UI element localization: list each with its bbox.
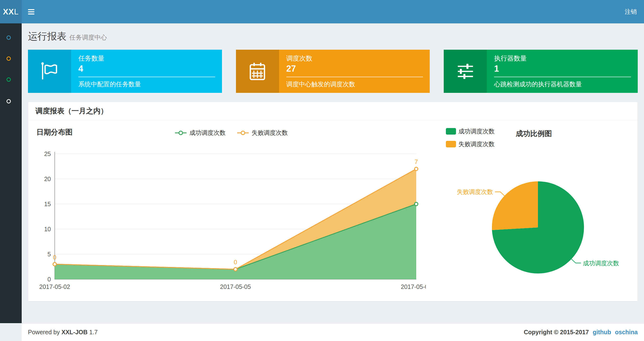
divider <box>78 77 215 77</box>
sidebar-toggle-button[interactable] <box>22 0 40 24</box>
line-chart: 05101520252017-05-022017-05-052017-05-08… <box>30 147 426 298</box>
svg-text:0: 0 <box>234 259 237 265</box>
pie-chart-title: 成功比例图 <box>516 129 552 139</box>
line-legend-marker-icon <box>237 130 249 136</box>
svg-text:15: 15 <box>44 201 51 207</box>
sliders-icon <box>444 50 487 93</box>
legend-label: 失败调度次数 <box>458 140 494 148</box>
schedule-report-panel: 调度报表（一月之内） 日期分布图 成功调度次数失败调度次数 0510152025… <box>28 102 638 301</box>
info-box-value: 27 <box>286 63 423 74</box>
svg-text:0: 0 <box>48 276 51 283</box>
sidebar-item-1[interactable] <box>0 30 22 45</box>
sidebar-item-3[interactable] <box>0 72 22 87</box>
panel-title: 调度报表（一月之内） <box>28 102 638 120</box>
pie-chart: 成功调度次数失败调度次数 <box>448 176 626 291</box>
main-content: 运行报表任务调度中心 任务数量 4 系统中配置的任务数量 <box>22 24 644 323</box>
powered-by: Powered by XXL-JOB 1.7 <box>28 329 98 336</box>
info-box-label: 任务数量 <box>78 55 215 62</box>
copyright: Copyright © 2015-2017 <box>524 329 589 336</box>
info-box-label: 执行器数量 <box>494 55 631 62</box>
pie-chart-legend: 成功调度次数失败调度次数 <box>446 127 494 153</box>
app-logo-light: L <box>14 7 18 17</box>
legend-item[interactable]: 成功调度次数 <box>174 129 226 137</box>
sidebar-item-2[interactable] <box>0 51 22 66</box>
circle-icon-green <box>6 77 11 82</box>
hamburger-icon <box>28 9 34 10</box>
info-box-label: 调度次数 <box>286 55 423 62</box>
info-box-value: 4 <box>78 63 215 74</box>
info-box-value: 1 <box>494 63 631 74</box>
svg-text:失败调度次数: 失败调度次数 <box>457 188 493 195</box>
svg-text:2017-05-08: 2017-05-08 <box>401 283 426 290</box>
page-title: 运行报表任务调度中心 <box>28 30 638 43</box>
line-chart-legend: 成功调度次数失败调度次数 <box>28 129 434 137</box>
svg-text:2017-05-02: 2017-05-02 <box>39 283 70 290</box>
legend-item[interactable]: 成功调度次数 <box>446 127 494 135</box>
info-box-description: 调度中心触发的调度次数 <box>286 80 423 88</box>
info-box-executor-count: 执行器数量 1 心跳检测成功的执行器机器数量 <box>444 50 638 93</box>
app-logo[interactable]: XXL <box>0 0 22 24</box>
calendar-icon <box>236 50 279 93</box>
footer-link-github[interactable]: github <box>593 329 611 336</box>
info-box-job-count: 任务数量 4 系统中配置的任务数量 <box>28 50 222 93</box>
panel-body: 日期分布图 成功调度次数失败调度次数 05101520252017-05-022… <box>28 120 638 301</box>
app-logo-bold: XX <box>3 7 14 17</box>
circle-icon-blue <box>6 36 11 40</box>
circle-icon-yellow <box>6 57 11 61</box>
svg-text:成功调度次数: 成功调度次数 <box>583 260 619 266</box>
legend-swatch-icon <box>446 128 456 135</box>
svg-text:5: 5 <box>48 251 51 257</box>
info-box-description: 心跳检测成功的执行器机器数量 <box>494 80 631 88</box>
legend-label: 失败调度次数 <box>252 129 288 137</box>
svg-text:25: 25 <box>44 150 51 157</box>
svg-text:0: 0 <box>53 254 56 261</box>
legend-item[interactable]: 失败调度次数 <box>446 140 494 148</box>
footer-right: Copyright © 2015-2017 githuboschina <box>524 329 638 336</box>
divider <box>286 77 423 77</box>
legend-item[interactable]: 失败调度次数 <box>237 129 288 137</box>
legend-label: 成功调度次数 <box>458 127 494 135</box>
svg-text:10: 10 <box>44 226 51 232</box>
logout-link[interactable]: 注销 <box>625 8 637 16</box>
footer-links: githuboschina <box>593 329 638 336</box>
svg-text:7: 7 <box>414 158 418 165</box>
top-navbar: XXL 注销 <box>0 0 644 24</box>
circle-icon-white <box>6 99 11 104</box>
legend-label: 成功调度次数 <box>190 129 226 137</box>
svg-text:20: 20 <box>44 176 51 182</box>
divider <box>494 77 631 77</box>
footer: Powered by XXL-JOB 1.7 Copyright © 2015-… <box>22 323 644 341</box>
content-header: 运行报表任务调度中心 <box>22 24 644 43</box>
info-box-description: 系统中配置的任务数量 <box>78 80 215 88</box>
info-box-row: 任务数量 4 系统中配置的任务数量 <box>28 50 638 93</box>
flag-icon <box>28 50 71 93</box>
line-legend-marker-icon <box>174 130 187 136</box>
svg-text:2017-05-05: 2017-05-05 <box>220 283 251 290</box>
page-subtitle: 任务调度中心 <box>70 34 107 41</box>
footer-link-oschina[interactable]: oschina <box>615 329 638 336</box>
sidebar <box>0 24 22 323</box>
legend-swatch-icon <box>446 141 456 147</box>
sidebar-item-4[interactable] <box>0 94 22 109</box>
info-box-trigger-count: 调度次数 27 调度中心触发的调度次数 <box>236 50 430 93</box>
